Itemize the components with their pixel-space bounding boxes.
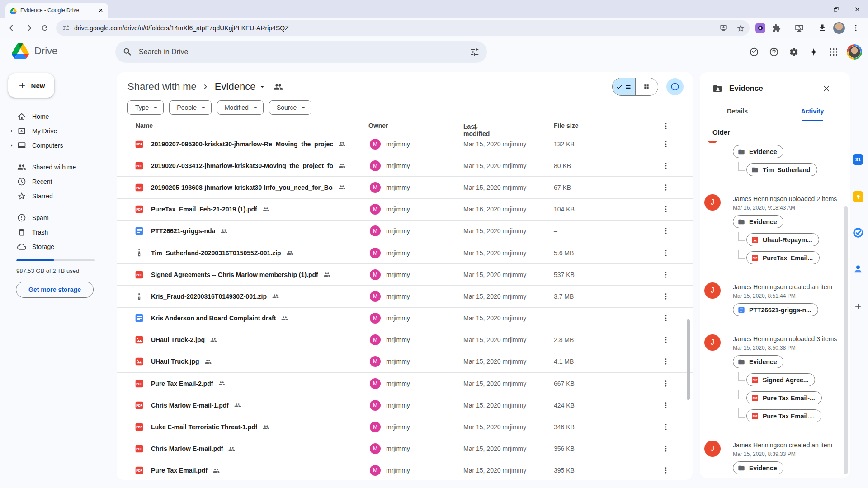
sidebar-item-my-drive[interactable]: My Drive bbox=[0, 124, 117, 138]
file-name[interactable]: PureTax_Email_Feb-21-2019 (1).pdf bbox=[151, 206, 257, 213]
site-info-icon[interactable] bbox=[62, 24, 70, 32]
row-more-icon[interactable] bbox=[662, 357, 670, 366]
browser-menu-icon[interactable] bbox=[848, 20, 863, 36]
browser-profile-avatar[interactable] bbox=[833, 22, 845, 34]
rail-add-icon[interactable] bbox=[854, 302, 863, 313]
breadcrumb-parent[interactable]: Shared with me bbox=[127, 81, 197, 93]
panel-close-button[interactable] bbox=[820, 82, 833, 95]
get-more-storage-button[interactable]: Get more storage bbox=[16, 282, 94, 298]
settings-gear-icon[interactable] bbox=[785, 43, 803, 61]
sidebar-item-starred[interactable]: Starred bbox=[0, 189, 117, 203]
sidebar-item-spam[interactable]: Spam bbox=[0, 211, 117, 225]
file-name[interactable]: Kris Anderson and Board Complaint draft bbox=[151, 314, 276, 322]
account-avatar[interactable] bbox=[847, 45, 862, 59]
activity-item-chip[interactable]: Evidence bbox=[733, 215, 783, 228]
table-row[interactable]: PDFChris Marlow E-mail-1.pdfMmrjimmyMar … bbox=[117, 394, 693, 416]
file-name[interactable]: Kris_Fraud-20200316T014930Z-001.zip bbox=[151, 293, 267, 300]
contacts-icon[interactable] bbox=[853, 263, 863, 276]
sort-direction-icon[interactable] bbox=[472, 123, 480, 131]
list-view-button[interactable] bbox=[613, 78, 635, 95]
calendar-icon[interactable]: 31 bbox=[853, 154, 863, 165]
file-name[interactable]: 20190207-033412-jhmarlow-kriskat30-Movin… bbox=[151, 162, 333, 169]
browser-tab[interactable]: Evidence - Google Drive bbox=[5, 3, 108, 18]
file-name[interactable]: 20190205-193608-jhmarlow-kriskat30-Info_… bbox=[151, 184, 333, 191]
table-row[interactable]: PDF20190207-095300-kriskat30-jhmarlow-Re… bbox=[117, 133, 693, 155]
file-name[interactable]: UHaul Truck-2.jpg bbox=[151, 336, 205, 343]
column-header-owner[interactable]: Owner bbox=[368, 122, 388, 129]
bookmark-star-icon[interactable] bbox=[734, 22, 747, 34]
sidebar-item-storage[interactable]: Storage bbox=[0, 239, 117, 254]
tab-activity[interactable]: Activity bbox=[775, 108, 850, 121]
window-minimize-button[interactable] bbox=[804, 0, 826, 18]
file-name[interactable]: PTT26621-griggs-nda bbox=[151, 227, 215, 235]
reload-button[interactable] bbox=[37, 20, 52, 36]
row-more-icon[interactable] bbox=[662, 205, 670, 213]
details-info-button[interactable] bbox=[666, 78, 684, 95]
column-header-name[interactable]: Name bbox=[136, 122, 153, 129]
row-more-icon[interactable] bbox=[662, 183, 670, 192]
activity-item-chip[interactable]: PDFPure Tax Email-... bbox=[746, 391, 822, 404]
file-name[interactable]: Luke E-mail Terroristic Threat-1.pdf bbox=[151, 423, 257, 431]
activity-item-chip[interactable]: Uhaul-Repaym... bbox=[746, 233, 819, 246]
activity-item-chip[interactable]: Tim_Sutherland bbox=[746, 163, 817, 176]
offline-status-icon[interactable] bbox=[745, 43, 763, 61]
file-name[interactable]: Pure Tax Email-2.pdf bbox=[151, 380, 213, 387]
new-button[interactable]: New bbox=[8, 73, 54, 98]
activity-item-chip[interactable]: Evidence bbox=[733, 461, 783, 474]
filter-chip-type[interactable]: Type bbox=[127, 100, 164, 115]
table-row[interactable]: PTT26621-griggs-ndaMmrjimmyMar 15, 2020 … bbox=[117, 220, 693, 242]
file-name[interactable]: Tim_Sutherland-20200316T015055Z-001.zip bbox=[151, 249, 281, 257]
activity-item-chip[interactable]: Evidence bbox=[733, 145, 783, 158]
drive-brand[interactable]: Drive bbox=[12, 43, 57, 59]
search-icon[interactable] bbox=[123, 47, 132, 57]
column-header-size[interactable]: File size bbox=[554, 122, 578, 129]
row-more-icon[interactable] bbox=[662, 314, 670, 322]
table-row[interactable]: PDFPure Tax Email-2.pdfMmrjimmyMar 15, 2… bbox=[117, 372, 693, 394]
address-bar[interactable]: drive.google.com/drive/u/0/folders/14mXf… bbox=[56, 20, 750, 36]
activity-panel-scrollbar[interactable] bbox=[844, 206, 848, 474]
filter-chip-modified[interactable]: Modified bbox=[217, 100, 264, 115]
window-close-button[interactable] bbox=[847, 0, 868, 18]
row-more-icon[interactable] bbox=[662, 380, 670, 388]
file-name[interactable]: Signed Agreements -- Chris Marlow member… bbox=[151, 271, 318, 278]
sidebar-item-shared-with-me[interactable]: Shared with me bbox=[0, 160, 117, 174]
device-search-icon[interactable] bbox=[792, 20, 807, 36]
google-apps-grid-icon[interactable] bbox=[825, 43, 843, 61]
table-row[interactable]: UHaul Truck-2.jpgMmrjimmyMar 15, 2020 mr… bbox=[117, 329, 693, 351]
row-more-icon[interactable] bbox=[662, 271, 670, 279]
filter-chip-source[interactable]: Source bbox=[269, 100, 311, 115]
activity-item-chip[interactable]: PDFSigned Agree... bbox=[746, 373, 815, 386]
screen-capture-extension-icon[interactable] bbox=[755, 23, 765, 33]
row-more-icon[interactable] bbox=[662, 249, 670, 257]
gemini-sparkle-icon[interactable] bbox=[805, 43, 823, 61]
file-name[interactable]: Pure Tax Email.pdf bbox=[151, 467, 208, 474]
row-more-icon[interactable] bbox=[662, 162, 670, 170]
table-row[interactable]: Tim_Sutherland-20200316T015055Z-001.zipM… bbox=[117, 242, 693, 263]
sidebar-item-recent[interactable]: Recent bbox=[0, 174, 117, 189]
header-more-icon[interactable] bbox=[662, 122, 670, 130]
file-name[interactable]: Chris Marlow E-mail-1.pdf bbox=[151, 402, 229, 409]
advanced-search-icon[interactable] bbox=[470, 47, 480, 57]
table-row[interactable]: PDFSigned Agreements -- Chris Marlow mem… bbox=[117, 263, 693, 285]
table-row[interactable]: PDF20190205-193608-jhmarlow-kriskat30-In… bbox=[117, 176, 693, 198]
search-placeholder[interactable]: Search in Drive bbox=[139, 48, 463, 56]
activity-item-chip[interactable]: PDFPure Tax Email.... bbox=[746, 409, 821, 422]
table-row[interactable]: Kris_Fraud-20200316T014930Z-001.zipMmrji… bbox=[117, 285, 693, 307]
file-name[interactable]: Chris Marlow E-mail.pdf bbox=[151, 445, 223, 452]
grid-view-button[interactable] bbox=[635, 78, 658, 95]
sidebar-item-computers[interactable]: Computers bbox=[0, 138, 117, 153]
forward-button[interactable] bbox=[21, 20, 36, 36]
expand-caret-icon[interactable] bbox=[9, 128, 14, 134]
tab-close-icon[interactable] bbox=[98, 7, 104, 14]
row-more-icon[interactable] bbox=[662, 227, 670, 235]
row-more-icon[interactable] bbox=[662, 140, 670, 148]
table-row[interactable]: PDFPureTax_Email_Feb-21-2019 (1).pdfMmrj… bbox=[117, 198, 693, 220]
table-row[interactable]: PDFChris Marlow E-mail.pdfMmrjimmyMar 15… bbox=[117, 438, 693, 460]
help-icon[interactable] bbox=[765, 43, 783, 61]
window-restore-button[interactable] bbox=[826, 0, 847, 18]
sidebar-item-trash[interactable]: Trash bbox=[0, 225, 117, 239]
keep-icon[interactable] bbox=[853, 191, 863, 202]
table-row[interactable]: PDFLuke E-mail Terroristic Threat-1.pdfM… bbox=[117, 416, 693, 437]
table-row[interactable]: UHaul Truck.jpgMmrjimmyMar 15, 2020 mrji… bbox=[117, 351, 693, 372]
tab-details[interactable]: Details bbox=[700, 108, 775, 121]
